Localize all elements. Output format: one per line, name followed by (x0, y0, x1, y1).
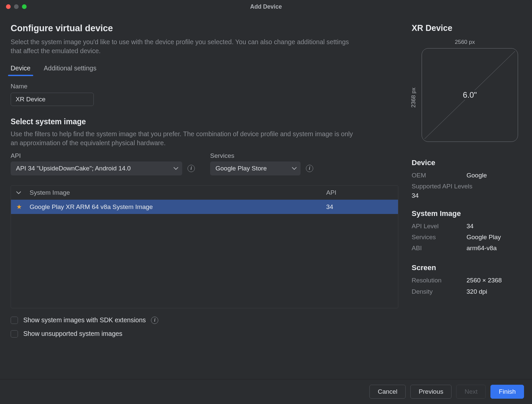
close-window-button[interactable] (6, 4, 11, 9)
tab-bar: Device Additional settings (11, 64, 398, 75)
row-api: 34 (326, 203, 393, 211)
table-row[interactable]: ★ Google Play XR ARM 64 v8a System Image… (11, 200, 398, 214)
info-icon[interactable]: i (188, 165, 195, 172)
row-image-name: Google Play XR ARM 64 v8a System Image (30, 203, 326, 211)
main-panel: Configure virtual device Select the syst… (11, 23, 398, 376)
info-icon[interactable]: i (151, 317, 158, 324)
supported-api-label: Supported API Levels (412, 181, 521, 192)
star-icon: ★ (16, 203, 30, 211)
side-image-title: System Image (412, 209, 521, 218)
name-input[interactable] (11, 93, 94, 106)
titlebar: Add Device (0, 0, 532, 13)
screen-rect: 6.0" (422, 48, 518, 142)
name-label: Name (11, 83, 398, 90)
info-icon[interactable]: i (306, 165, 313, 172)
preview-height-label: 2368 px (410, 47, 417, 149)
api-level-value: 34 (466, 221, 473, 232)
minimize-window-button[interactable] (14, 4, 19, 9)
api-filter-label: API (11, 152, 195, 159)
side-screen-title: Screen (412, 263, 521, 272)
page-title: Configure virtual device (11, 23, 398, 34)
col-system-image: System Image (30, 189, 326, 196)
density-label: Density (412, 286, 466, 297)
show-sdk-ext-label: Show system images with SDK extensions (23, 316, 146, 324)
resolution-label: Resolution (412, 275, 466, 286)
system-image-table: System Image API ★ Google Play XR ARM 64… (11, 185, 398, 308)
maximize-window-button[interactable] (22, 4, 27, 9)
footer: Cancel Previous Next Finish (0, 379, 532, 404)
finish-button[interactable]: Finish (490, 385, 524, 399)
expand-toggle[interactable] (16, 191, 30, 194)
api-filter-select[interactable]: API 34 "UpsideDownCake"; Android 14.0 (11, 161, 182, 175)
previous-button[interactable]: Previous (410, 385, 452, 399)
cancel-button[interactable]: Cancel (369, 385, 406, 399)
services-value: Google Play (466, 232, 501, 243)
api-level-label: API Level (412, 221, 466, 232)
preview-diagonal: 6.0" (458, 90, 481, 100)
window-title: Add Device (0, 3, 532, 10)
abi-label: ABI (412, 243, 466, 253)
services-filter-label: Services (210, 152, 313, 159)
page-description: Select the system image you'd like to us… (11, 38, 360, 56)
services-filter-value: Google Play Store (215, 165, 267, 172)
device-preview: 2560 px 2368 px 6.0" (412, 39, 518, 149)
show-sdk-ext-checkbox[interactable] (11, 317, 18, 324)
chevron-down-icon (174, 167, 178, 170)
col-api: API (326, 189, 393, 196)
next-button: Next (456, 385, 486, 399)
dialog-window: Add Device Configure virtual device Sele… (0, 0, 532, 404)
services-filter-select[interactable]: Google Play Store (210, 161, 301, 175)
system-image-title: Select system image (11, 117, 398, 126)
side-device-title: Device (412, 158, 521, 167)
window-controls (0, 4, 27, 9)
services-label: Services (412, 232, 466, 243)
chevron-down-icon (292, 167, 297, 170)
show-unsupported-label: Show unsupported system images (23, 330, 122, 338)
density-value: 320 dpi (466, 286, 487, 297)
preview-width-label: 2560 px (412, 39, 518, 46)
system-image-description: Use the filters to help find the system … (11, 130, 360, 148)
oem-value: Google (466, 170, 487, 181)
resolution-value: 2560 × 2368 (466, 275, 502, 286)
side-title: XR Device (412, 23, 521, 33)
api-filter-value: API 34 "UpsideDownCake"; Android 14.0 (16, 165, 131, 172)
abi-value: arm64-v8a (466, 243, 497, 253)
oem-label: OEM (412, 170, 466, 181)
show-unsupported-checkbox[interactable] (11, 330, 18, 338)
supported-api-value: 34 (412, 192, 521, 199)
tab-additional-settings[interactable]: Additional settings (44, 64, 96, 75)
side-panel: XR Device 2560 px 2368 px 6.0" Device OE… (412, 23, 521, 376)
table-header: System Image API (11, 186, 398, 200)
tab-device[interactable]: Device (11, 64, 31, 75)
